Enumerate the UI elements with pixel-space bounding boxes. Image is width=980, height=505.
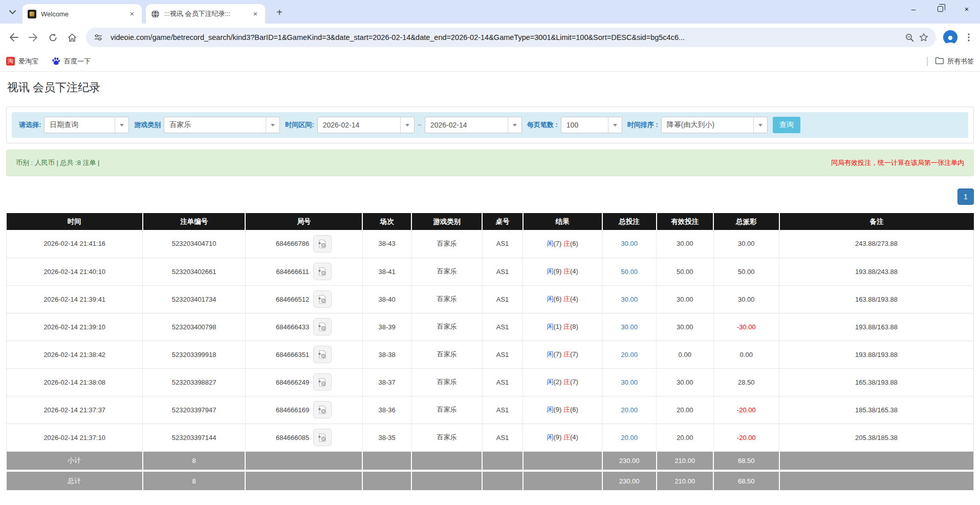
round-number: 684666351 — [276, 351, 309, 359]
total-bet-link[interactable]: 50.00 — [621, 268, 638, 276]
game-kind-select[interactable]: 百家乐 — [164, 117, 280, 133]
bet-record-table: 时间注单编号局号场次游戏类别桌号结果总投注有效投注总派彩备注 2026-02-1… — [6, 213, 974, 490]
cell-game-kind: 百家乐 — [411, 368, 482, 396]
video-record-button[interactable] — [313, 263, 332, 280]
back-button[interactable] — [5, 29, 23, 46]
total-cell — [362, 471, 411, 490]
cell-round: 684666169 — [245, 396, 362, 424]
bookmark-baidu[interactable]: 百度一下 — [52, 57, 91, 66]
cell-total-bet: 20.00 — [602, 341, 657, 368]
reload-button[interactable] — [44, 29, 61, 46]
cell-table-no: AS1 — [482, 313, 522, 341]
table-row: 2026-02-14 21:38:42523203399918684666351… — [7, 341, 974, 368]
round-number: 684666512 — [276, 296, 309, 303]
select-value: 100 — [561, 121, 608, 129]
video-record-button[interactable] — [313, 373, 332, 391]
all-bookmarks-button[interactable]: 所有书签 — [935, 57, 974, 66]
video-record-button[interactable] — [313, 290, 332, 308]
home-button[interactable] — [63, 29, 81, 46]
total-cell: 68.50 — [713, 471, 779, 490]
round-number: 684666611 — [276, 268, 309, 276]
chevron-down-icon — [9, 10, 16, 14]
cell-game-kind: 百家乐 — [411, 396, 482, 424]
video-record-button[interactable] — [313, 318, 332, 335]
table-header-cell: 结果 — [523, 213, 602, 230]
chevron-down-icon — [266, 117, 279, 133]
cell-remark: 193.88/163.88 — [779, 313, 974, 341]
browser-menu-button[interactable] — [962, 30, 976, 45]
table-row: 2026-02-14 21:39:41523203401734684666512… — [7, 285, 974, 313]
cell-payout: 28.50 — [713, 368, 779, 396]
tab-betrecord[interactable]: :::视讯 会员下注纪录::: × — [146, 4, 265, 24]
round-number: 684666786 — [276, 240, 309, 247]
cell-total-bet: 30.00 — [602, 230, 657, 258]
round-number: 684666085 — [276, 434, 309, 441]
per-page-select[interactable]: 100 — [561, 117, 622, 133]
cell-payout: 0.00 — [713, 341, 779, 368]
new-tab-button[interactable]: + — [272, 5, 287, 19]
baidu-paw-icon — [52, 57, 60, 66]
cell-table-no: AS1 — [482, 285, 522, 313]
cell-time: 2026-02-14 21:38:42 — [7, 341, 143, 368]
close-icon[interactable]: × — [127, 9, 137, 18]
total-bet-link[interactable]: 30.00 — [621, 296, 638, 303]
total-bet-link[interactable]: 30.00 — [621, 323, 638, 331]
close-icon[interactable]: × — [251, 9, 260, 18]
video-record-button[interactable] — [313, 429, 332, 446]
cell-time: 2026-02-14 21:39:41 — [7, 285, 143, 313]
summary-bar: 币别 : 人民币 | 总共 :8 注单 | 同局有效投注，统一计算在该局第一张注… — [6, 150, 974, 176]
cell-game-kind: 百家乐 — [411, 258, 482, 285]
result-player: 闲 — [547, 240, 554, 247]
profile-avatar[interactable] — [943, 30, 957, 45]
game-kind-label: 游戏类别 — [134, 120, 161, 130]
cell-total-bet: 30.00 — [602, 368, 657, 396]
total-cell — [779, 471, 974, 490]
tab-welcome[interactable]: Welcome × — [23, 4, 142, 24]
cell-result: 闲(9) 庄(4) — [523, 424, 602, 451]
bookmark-taobao[interactable]: 淘 爱淘宝 — [6, 57, 38, 66]
sort-select[interactable]: 降幂(由大到小) — [661, 117, 768, 133]
cell-remark: 165.38/193.88 — [779, 368, 974, 396]
total-bet-link[interactable]: 30.00 — [621, 240, 638, 247]
select-value: 降幂(由大到小) — [662, 120, 753, 130]
date-end-select[interactable]: 2026-02-14 — [425, 117, 522, 133]
pagination-page-1[interactable]: 1 — [957, 188, 974, 205]
minimize-button[interactable]: – — [900, 0, 927, 17]
forward-button[interactable] — [25, 29, 42, 46]
date-start-select[interactable]: 2026-02-14 — [317, 117, 415, 133]
window-close-button[interactable]: × — [953, 0, 980, 17]
valid-bet-notice: 同局有效投注，统一计算在该局第一张注单内 — [831, 158, 964, 167]
chevron-down-icon — [753, 117, 767, 133]
zoom-icon[interactable] — [902, 30, 917, 45]
table-header-cell: 游戏类别 — [411, 213, 482, 230]
query-type-select[interactable]: 日期查询 — [44, 117, 129, 133]
url-text[interactable]: videoie.com/game/betrecord_search/kind3?… — [111, 33, 902, 41]
cell-game-kind: 百家乐 — [411, 230, 482, 258]
cell-table-no: AS1 — [482, 230, 522, 258]
table-header-row: 时间注单编号局号场次游戏类别桌号结果总投注有效投注总派彩备注 — [7, 213, 974, 230]
tab-search-button[interactable] — [5, 5, 19, 19]
subtotal-cell — [362, 451, 411, 471]
subtotal-cell: 8 — [143, 451, 245, 471]
cell-remark: 163.88/193.88 — [779, 285, 974, 313]
site-settings-icon[interactable] — [91, 30, 105, 45]
cell-round: 684666433 — [245, 313, 362, 341]
search-button[interactable]: 查询 — [773, 117, 800, 133]
total-bet-link[interactable]: 20.00 — [621, 434, 638, 441]
url-bar[interactable]: videoie.com/game/betrecord_search/kind3?… — [86, 28, 936, 47]
restore-button[interactable] — [927, 0, 953, 17]
bookmarks-bar: 淘 爱淘宝 百度一下 所有书签 — [0, 51, 980, 72]
total-bet-link[interactable]: 30.00 — [621, 378, 638, 386]
subtotal-cell: 小计 — [7, 451, 143, 471]
video-record-button[interactable] — [313, 235, 332, 252]
table-header-cell: 桌号 — [482, 213, 522, 230]
cell-bet-id: 523203402661 — [143, 258, 245, 285]
sort-label: 时间排序 : — [627, 120, 658, 130]
total-bet-link[interactable]: 20.00 — [621, 351, 638, 359]
select-type-label: 请选择: — [19, 120, 41, 130]
video-record-button[interactable] — [313, 401, 332, 418]
bookmark-star-icon[interactable] — [917, 30, 931, 45]
total-bet-link[interactable]: 20.00 — [621, 406, 638, 414]
subtotal-cell — [779, 451, 974, 471]
video-record-button[interactable] — [313, 346, 332, 363]
